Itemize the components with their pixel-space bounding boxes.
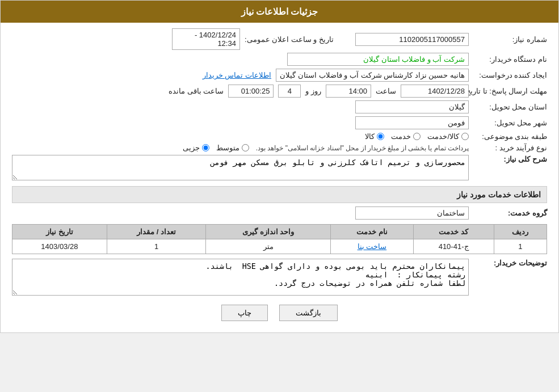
toshih-row: توضیحات خریدار: <box>12 259 547 296</box>
noeFarayand-label: نوع فرآیند خرید : <box>473 144 547 152</box>
noeFarayand-note: پرداخت تمام یا بخشی از مبلغ خریدار از مح… <box>256 144 469 152</box>
grohKhedmat-label: گروه خدمت: <box>473 209 547 217</box>
namDastgah-row: نام دستگاه خریدار: شرکت آب و فاضلاب استا… <box>12 53 547 66</box>
tabaqe-kalaKhedmat-option[interactable]: کالا/خدمت <box>427 132 469 141</box>
amar-tamas-link[interactable]: اطلاعات تماس خریدار <box>203 71 271 79</box>
col-tarikhNiaz: تاریخ نیاز <box>12 225 107 239</box>
col-kodKhedmat: کد خدمت <box>413 225 494 239</box>
shomareNiaz-row: شماره نیاز: 1102005117000557 تاریخ و ساع… <box>12 28 547 50</box>
toshih-textarea[interactable] <box>12 259 469 296</box>
noeFarayand-jezvi-radio[interactable] <box>202 144 209 151</box>
tabaqe-kala-option[interactable]: کالا <box>365 132 384 141</box>
cell-tedadMegdar: 1 <box>107 239 205 254</box>
sharh-row: شرح کلی نیاز: <box>12 155 547 180</box>
noeFarayand-radio-group: پرداخت تمام یا بخشی از مبلغ خریدار از مح… <box>183 144 469 152</box>
sharh-label: شرح کلی نیاز: <box>473 155 547 163</box>
tabaqe-kalaKhedmat-radio[interactable] <box>461 133 469 140</box>
shomareNiaz-label: شماره نیاز: <box>473 35 547 44</box>
ijadKonande-row: ایجاد کننده درخواست: هانیه حسین نزاد کار… <box>12 69 547 82</box>
buttons-row: بازگشت چاپ <box>12 305 547 321</box>
cell-kodKhedmat: ج-41-410 <box>413 239 494 254</box>
print-button[interactable]: چاپ <box>221 305 268 321</box>
back-button[interactable]: بازگشت <box>279 305 338 321</box>
tabaqe-khedmat-option[interactable]: خدمت <box>391 132 421 141</box>
shahr-row: شهر محل تحویل: فومن <box>12 116 547 129</box>
services-header: اطلاعات خدمات مورد نیاز <box>12 186 547 203</box>
ostan-label: استان محل تحویل: <box>473 103 547 111</box>
cell-vahedAndaze: متر <box>206 239 331 254</box>
tabaqe-khedmat-radio[interactable] <box>413 133 421 140</box>
tabaqe-row: طبقه بندی موضوعی: کالا/خدمت خدمت کالا <box>12 132 547 141</box>
ijadKonande-label: ایجاد کننده درخواست: <box>473 71 547 79</box>
ostan-row: استان محل تحویل: گیلان <box>12 100 547 113</box>
sharh-textarea[interactable] <box>12 155 469 180</box>
saeat-label: ساعت <box>376 87 396 95</box>
tabaqe-kalaKhedmat-label: کالا/خدمت <box>427 132 459 141</box>
namDastgah-value: شرکت آب و فاضلاب استان گیلان <box>287 53 469 66</box>
mohlat-date: 1402/12/28 <box>401 85 469 98</box>
noeFarayand-jezvi-option[interactable]: جزیی <box>183 144 209 152</box>
roz-label: روز و <box>305 87 321 95</box>
mohlat-time: 14:00 <box>326 85 371 98</box>
tabaqe-label: طبقه بندی موضوعی: <box>473 132 547 141</box>
noeFarayand-jezvi-label: جزیی <box>183 144 200 152</box>
grohKhedmat-row: گروه خدمت: ساختمان <box>12 206 547 220</box>
cell-namKhedmat[interactable]: ساخت بنا <box>331 239 414 254</box>
tabaqe-radio-group: کالا/خدمت خدمت کالا <box>365 132 469 141</box>
page-title: جزئیات اطلاعات نیاز <box>241 7 318 16</box>
tabaqe-khedmat-label: خدمت <box>391 132 411 141</box>
shomareNiaz-value: 1102005117000557 <box>355 33 469 46</box>
namDastgah-label: نام دستگاه خریدار: <box>473 55 547 64</box>
noeFarayand-motavaset-label: متوسط <box>216 144 239 152</box>
mohlat-days: 4 <box>278 85 301 98</box>
shahr-value: فومن <box>355 116 469 129</box>
noeFarayand-motavaset-radio[interactable] <box>242 144 249 151</box>
ostan-value: گیلان <box>355 100 469 113</box>
noeFarayand-motavaset-option[interactable]: متوسط <box>216 144 249 152</box>
tabaqe-kala-radio[interactable] <box>377 133 384 140</box>
col-tedadMegdar: تعداد / مقدار <box>107 225 205 239</box>
services-table: ردیف کد خدمت نام خدمت واحد اندازه گیری ت… <box>12 224 547 254</box>
col-radif: ردیف <box>494 225 547 239</box>
table-row: 1 ج-41-410 ساخت بنا متر 1 1403/03/28 <box>12 239 547 254</box>
cell-tarikhNiaz: 1403/03/28 <box>12 239 107 254</box>
cell-radif: 1 <box>494 239 547 254</box>
ijadKonande-value: هانیه حسین نزاد کارشناس شرکت آب و فاضلاب… <box>276 69 469 82</box>
mohlat-label: مهلت ارسال پاسخ: تا تاریخ: <box>473 87 547 95</box>
mohlat-row: مهلت ارسال پاسخ: تا تاریخ: 1402/12/28 سا… <box>12 85 547 98</box>
tarikh-value: 1402/12/24 - 12:34 <box>172 28 240 50</box>
tabaqe-kala-label: کالا <box>365 132 375 141</box>
page-header: جزئیات اطلاعات نیاز <box>1 1 558 23</box>
col-vahedAndaze: واحد اندازه گیری <box>206 225 331 239</box>
col-namKhedmat: نام خدمت <box>331 225 414 239</box>
mohlat-remaining: 01:00:25 <box>228 85 274 98</box>
grohKhedmat-value: ساختمان <box>355 206 469 220</box>
shahr-label: شهر محل تحویل: <box>473 119 547 127</box>
tarikh-label: تاریخ و ساعت اعلان عمومی: <box>245 35 334 44</box>
toshih-label: توضیحات خریدار: <box>473 259 547 267</box>
noeFarayand-row: نوع فرآیند خرید : پرداخت تمام یا بخشی از… <box>12 144 547 152</box>
mohlat-remaining-label: ساعت باقی مانده <box>169 87 224 95</box>
